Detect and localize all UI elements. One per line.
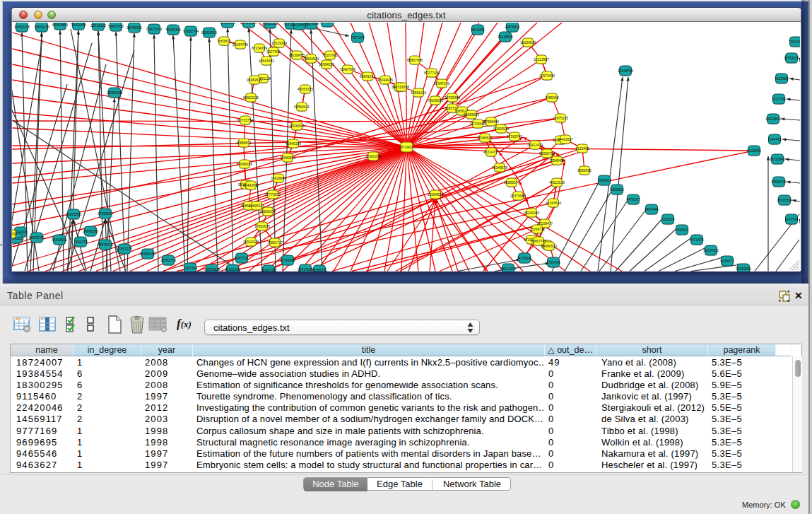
svg-text:98069901: 98069901 bbox=[464, 112, 479, 117]
svg-text:54303911: 54303911 bbox=[52, 238, 67, 242]
svg-text:14895134: 14895134 bbox=[249, 204, 264, 208]
svg-text:35427849: 35427849 bbox=[340, 67, 355, 71]
svg-text:72423884: 72423884 bbox=[241, 23, 257, 25]
svg-text:37556464: 37556464 bbox=[483, 119, 499, 124]
svg-text:10958167: 10958167 bbox=[140, 252, 155, 256]
svg-text:1282344: 1282344 bbox=[183, 266, 197, 270]
svg-text:15716485: 15716485 bbox=[280, 258, 295, 262]
svg-text:18384251: 18384251 bbox=[319, 62, 334, 66]
svg-text:36629946: 36629946 bbox=[271, 176, 286, 180]
svg-text:45053315: 45053315 bbox=[298, 87, 313, 91]
svg-text:16782759: 16782759 bbox=[160, 258, 176, 262]
svg-text:32016328: 32016328 bbox=[243, 240, 259, 244]
svg-text:14463627: 14463627 bbox=[558, 137, 573, 141]
svg-text:9227343: 9227343 bbox=[772, 97, 786, 101]
svg-text:88957986: 88957986 bbox=[407, 58, 423, 62]
svg-text:24896383: 24896383 bbox=[83, 229, 98, 233]
svg-text:1206797: 1206797 bbox=[12, 232, 18, 236]
svg-text:6479197: 6479197 bbox=[626, 197, 640, 201]
svg-text:93867749: 93867749 bbox=[531, 239, 546, 243]
svg-text:89083863: 89083863 bbox=[52, 23, 68, 27]
svg-text:19600133: 19600133 bbox=[34, 25, 49, 29]
svg-text:12213967: 12213967 bbox=[534, 57, 549, 62]
svg-text:19218506: 19218506 bbox=[498, 35, 513, 39]
svg-text:60733754: 60733754 bbox=[237, 118, 253, 122]
svg-text:10973493: 10973493 bbox=[539, 74, 555, 78]
svg-text:13619399: 13619399 bbox=[271, 41, 287, 45]
svg-text:7663822: 7663822 bbox=[217, 39, 231, 43]
svg-text:18244935: 18244935 bbox=[377, 78, 393, 82]
svg-text:34060883: 34060883 bbox=[280, 156, 295, 160]
svg-text:59407816: 59407816 bbox=[108, 24, 124, 28]
svg-text:92832764: 92832764 bbox=[183, 29, 199, 33]
svg-text:17359924: 17359924 bbox=[98, 211, 113, 216]
svg-text:86923226: 86923226 bbox=[243, 95, 259, 100]
svg-text:41343524: 41343524 bbox=[546, 201, 561, 205]
svg-text:00330923: 00330923 bbox=[493, 127, 509, 131]
svg-text:96705466: 96705466 bbox=[445, 95, 460, 100]
svg-text:75255341: 75255341 bbox=[165, 28, 181, 32]
svg-text:64990913: 64990913 bbox=[541, 244, 557, 248]
svg-text:2935114: 2935114 bbox=[661, 217, 674, 221]
svg-text:99650752: 99650752 bbox=[539, 151, 555, 156]
svg-text:17957275: 17957275 bbox=[117, 247, 132, 251]
svg-text:7632621: 7632621 bbox=[675, 228, 689, 232]
svg-text:73545494: 73545494 bbox=[549, 158, 565, 163]
svg-text:17693676: 17693676 bbox=[254, 224, 270, 228]
svg-text:8938923: 8938923 bbox=[610, 187, 624, 192]
svg-text:19384554: 19384554 bbox=[428, 192, 443, 197]
svg-text:1167534: 1167534 bbox=[784, 217, 798, 221]
svg-text:76036690: 76036690 bbox=[428, 98, 443, 103]
svg-text:14136141: 14136141 bbox=[517, 256, 532, 260]
svg-text:75204711: 75204711 bbox=[529, 227, 545, 231]
svg-text:79402654: 79402654 bbox=[71, 23, 86, 27]
svg-text:16154838: 16154838 bbox=[520, 40, 536, 45]
svg-text:9245072: 9245072 bbox=[720, 259, 734, 263]
svg-text:18347382: 18347382 bbox=[261, 268, 276, 271]
svg-text:96965328: 96965328 bbox=[262, 23, 278, 25]
svg-text:30103105: 30103105 bbox=[225, 267, 240, 271]
svg-text:3412328: 3412328 bbox=[12, 223, 13, 227]
svg-text:16210643: 16210643 bbox=[770, 157, 785, 161]
svg-text:3215955: 3215955 bbox=[747, 148, 761, 153]
svg-text:55698169: 55698169 bbox=[237, 162, 252, 166]
svg-text:12975135: 12975135 bbox=[553, 116, 568, 120]
svg-text:15692971: 15692971 bbox=[771, 180, 787, 184]
svg-text:9457791: 9457791 bbox=[235, 256, 249, 260]
svg-text:8471676: 8471676 bbox=[690, 238, 704, 242]
svg-text:9474444: 9474444 bbox=[645, 207, 659, 211]
svg-text:26064746: 26064746 bbox=[233, 42, 248, 47]
svg-text:33200379: 33200379 bbox=[260, 209, 276, 214]
svg-text:29053346: 29053346 bbox=[107, 90, 122, 95]
svg-text:01845146: 01845146 bbox=[319, 23, 335, 24]
svg-text:87347143: 87347143 bbox=[434, 81, 449, 86]
svg-text:17016504: 17016504 bbox=[777, 198, 792, 202]
svg-text:42940196: 42940196 bbox=[286, 141, 301, 146]
svg-text:1733426: 1733426 bbox=[546, 260, 560, 264]
svg-text:15751074: 15751074 bbox=[784, 56, 799, 60]
svg-text:03413164: 03413164 bbox=[146, 27, 162, 31]
svg-text:9115460: 9115460 bbox=[575, 146, 589, 151]
svg-text:87234309: 87234309 bbox=[252, 46, 267, 50]
svg-text:7262473: 7262473 bbox=[789, 40, 800, 44]
svg-text:45581223: 45581223 bbox=[411, 90, 426, 95]
svg-text:08240084: 08240084 bbox=[524, 211, 539, 215]
svg-text:31509839: 31509839 bbox=[204, 267, 220, 271]
svg-text:45868501: 45868501 bbox=[236, 141, 252, 145]
svg-text:80443699: 80443699 bbox=[243, 183, 259, 187]
svg-text:70831727: 70831727 bbox=[267, 240, 283, 245]
svg-text:87277434: 87277434 bbox=[424, 71, 440, 75]
svg-text:36349578: 36349578 bbox=[492, 165, 507, 170]
svg-text:9129966: 9129966 bbox=[775, 76, 789, 81]
svg-text:06513338: 06513338 bbox=[500, 267, 516, 271]
svg-text:27193745: 27193745 bbox=[507, 134, 522, 139]
svg-text:1640953: 1640953 bbox=[597, 178, 611, 182]
svg-text:46578713: 46578713 bbox=[98, 243, 113, 247]
svg-text:18495931: 18495931 bbox=[126, 25, 142, 30]
svg-text:16543362: 16543362 bbox=[259, 59, 274, 63]
svg-text:57773872: 57773872 bbox=[265, 192, 281, 197]
svg-text:88095701: 88095701 bbox=[29, 235, 45, 240]
svg-text:44313518: 44313518 bbox=[549, 180, 565, 185]
svg-text:45314737: 45314737 bbox=[483, 150, 499, 154]
svg-text:83503056: 83503056 bbox=[201, 30, 217, 35]
